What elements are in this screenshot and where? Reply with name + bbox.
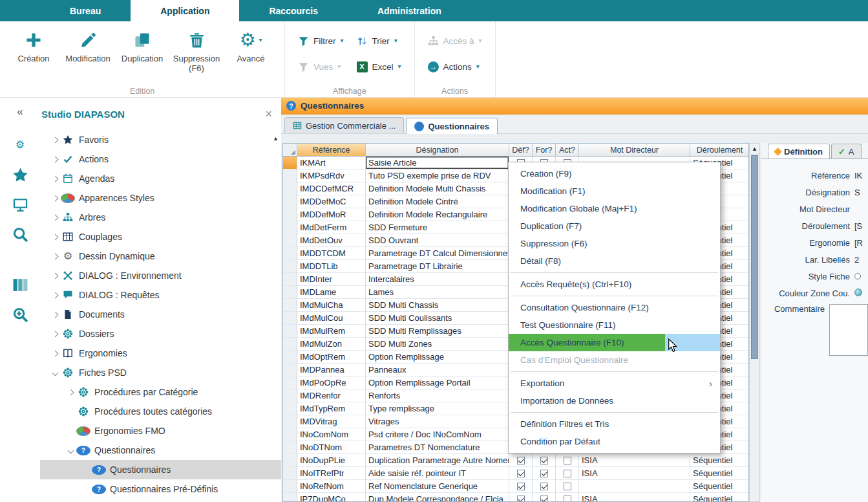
grid-cell-for[interactable] xyxy=(533,480,556,493)
sidebar-item-fiches-psd[interactable]: Fiches PSD xyxy=(40,363,281,382)
grid-cell-deroulement[interactable]: Séquentiel xyxy=(690,493,749,502)
sidebar-item-agendas[interactable]: Agendas xyxy=(40,169,281,188)
act-checkbox[interactable] xyxy=(564,457,571,464)
grid-row-selector[interactable] xyxy=(283,480,297,493)
sidebar-item-favoris[interactable]: Favoris xyxy=(40,130,281,149)
grid-cell-designation[interactable]: Option Remplissage xyxy=(366,351,509,364)
sidebar-item-documents[interactable]: Documents xyxy=(40,305,281,324)
sidebar-item-ergonomies-fmo[interactable]: Ergonomies FMO xyxy=(40,421,281,441)
grid-cell-designation[interactable]: Dup Modele Correspondance / Elcia xyxy=(366,493,509,502)
menu-tab-bureau[interactable]: Bureau xyxy=(40,0,131,21)
tree-chevron-right-icon[interactable] xyxy=(65,390,76,395)
menu-item-modification-globale-maj-f1[interactable]: Modification Globale (Maj+F1) xyxy=(509,200,720,217)
grid-cell-designation[interactable]: Psd critere / Doc INoComNom xyxy=(366,428,509,441)
table-row[interactable]: INoITRefPtrAide saisie réf. pointeur ITI… xyxy=(283,467,748,480)
rail-button-monitor[interactable] xyxy=(9,193,31,215)
grid-cell-designation[interactable]: SDD Fermeture xyxy=(366,221,509,234)
grid-cell-reference[interactable]: INoDupPLie xyxy=(297,454,366,467)
toolbar-button-filtrer[interactable]: Filtrer▾ xyxy=(291,32,350,50)
grid-row-selector[interactable] xyxy=(283,299,297,312)
grid-cell-designation[interactable]: Intercalaires xyxy=(366,273,509,286)
grid-cell-designation[interactable]: Parametres DT Nomenclature xyxy=(366,441,509,454)
grid-column-header-r-f-rence[interactable]: Référence xyxy=(297,144,366,157)
grid-row-selector[interactable] xyxy=(283,338,297,351)
sidebar-item-dialog-requ-tes[interactable]: DIALOG : Requêtes xyxy=(40,285,281,305)
grid-column-header-d-signation[interactable]: Désignation xyxy=(366,144,509,157)
toolbar-button-trier[interactable]: Trier▾ xyxy=(350,32,408,50)
grid-cell-reference[interactable]: INoDTNom xyxy=(297,441,366,454)
grid-cell-reference[interactable]: IMdOptRem xyxy=(297,351,366,364)
grid-cell-reference[interactable]: IP7DupMCo xyxy=(297,493,366,502)
grid-cell-reference[interactable]: IMDInter xyxy=(297,273,366,286)
grid-row-selector[interactable] xyxy=(283,428,297,441)
grid-row-selector[interactable] xyxy=(283,441,297,454)
for-checkbox[interactable] xyxy=(540,457,548,464)
sidebar-item-questionnaires[interactable]: ?Questionnaires xyxy=(40,460,281,479)
menu-item-consultation-questionnaire-f12[interactable]: Consultation Questionnaire (F12) xyxy=(509,299,720,316)
menu-tab-raccourcis[interactable]: Raccourcis xyxy=(239,0,347,21)
grid-cell-reference[interactable]: IMdTypRem xyxy=(297,402,366,415)
tree-chevron-right-icon[interactable] xyxy=(49,215,61,220)
grid-cell-for[interactable] xyxy=(533,454,556,467)
menu-item-importation-de-donn-es[interactable]: Importation de Données xyxy=(509,392,720,409)
grid-row-selector[interactable] xyxy=(283,376,297,389)
toolbar-button-avanc[interactable]: ⚙▾Avancé xyxy=(224,25,278,84)
grid-cell-reference[interactable]: INoITRefPtr xyxy=(297,467,366,480)
dropdown-caret-icon[interactable]: ▾ xyxy=(394,38,397,44)
menu-tab-administration[interactable]: Administration xyxy=(348,0,471,21)
dropdown-caret-icon[interactable]: ▾ xyxy=(341,38,344,44)
def-checkbox[interactable] xyxy=(517,496,525,502)
style-fiche-radio[interactable] xyxy=(854,272,868,281)
grid-row-selector[interactable] xyxy=(283,221,297,234)
grid-row-selector[interactable] xyxy=(283,286,297,299)
sidebar-item-dessin-dynamique[interactable]: ⚙Dessin Dynamique xyxy=(40,246,281,266)
grid-select-all-cell[interactable] xyxy=(283,144,297,157)
sidebar-item-actions[interactable]: Actions xyxy=(40,149,281,169)
sidebar-close-icon[interactable]: × xyxy=(265,108,272,120)
menu-item-condition-par-d-faut[interactable]: Condition par Défaut xyxy=(509,433,720,450)
detail-tab-d-finition[interactable]: Définition xyxy=(768,144,830,158)
grid-cell-deroulement[interactable]: Séquentiel xyxy=(690,454,749,467)
scrollbar-thumb[interactable] xyxy=(751,155,758,359)
grid-cell-deroulement[interactable]: Séquentiel xyxy=(690,480,749,493)
sidebar-item-apparences-styles[interactable]: Apparences Styles xyxy=(40,188,281,208)
radio-icon[interactable] xyxy=(854,273,861,279)
grid-cell-reference[interactable]: IMDCDefMCR xyxy=(297,182,366,195)
menu-item-duplication-f7[interactable]: Duplication (F7) xyxy=(509,217,720,235)
tree-chevron-right-icon[interactable] xyxy=(49,332,61,336)
table-row[interactable]: INoRefNomRef Nomenclature GeneriqueSéque… xyxy=(283,480,748,493)
grid-row-selector[interactable] xyxy=(283,195,297,208)
grid-cell-mot-directeur[interactable] xyxy=(579,480,690,493)
grid-cell-mot-directeur[interactable]: ISIA xyxy=(579,467,690,480)
act-checkbox[interactable] xyxy=(564,483,571,490)
grid-column-header-mot-directeur[interactable]: Mot Directeur xyxy=(579,144,690,157)
grid-cell-designation[interactable]: Aide saisie réf. pointeur IT xyxy=(366,467,509,480)
grid-row-selector[interactable] xyxy=(283,493,297,502)
sidebar-item-couplages[interactable]: Couplages xyxy=(40,227,281,246)
for-checkbox[interactable] xyxy=(540,483,548,490)
grid-row-selector[interactable] xyxy=(283,351,297,364)
grid-column-header-for[interactable]: For? xyxy=(533,144,556,157)
grid-vertical-scrollbar[interactable]: ▲ xyxy=(749,143,760,502)
grid-cell-designation[interactable]: SDD Multi Chassis xyxy=(366,299,509,312)
grid-cell-designation[interactable]: Panneaux xyxy=(366,364,509,376)
dropdown-caret-icon[interactable]: ▾ xyxy=(259,37,262,43)
grid-column-header-d-roulement[interactable]: Déroulement xyxy=(690,144,749,157)
grid-cell-designation[interactable]: SDD Ouvrant xyxy=(366,234,509,247)
grid-row-selector[interactable] xyxy=(283,454,297,467)
grid-cell-deroulement[interactable]: Séquentiel xyxy=(690,467,749,480)
tree-scrollbar-up-icon[interactable]: ▲ xyxy=(273,135,279,142)
grid-row-selector[interactable] xyxy=(283,467,297,480)
def-checkbox[interactable] xyxy=(517,457,525,464)
grid-cell-designation[interactable]: Definition Modele Cintré xyxy=(366,195,509,208)
tree-chevron-right-icon[interactable] xyxy=(49,235,61,239)
sidebar-item-arbres[interactable]: Arbres xyxy=(40,208,281,227)
grid-cell-reference[interactable]: IKMArt xyxy=(297,157,366,169)
tree-chevron-right-icon[interactable] xyxy=(49,274,61,278)
grid-cell-designation[interactable]: Renforts xyxy=(366,389,509,402)
grid-row-selector[interactable] xyxy=(283,364,297,376)
menu-item-d-finition-filtres-et-tris[interactable]: Définition Filtres et Tris xyxy=(509,415,720,433)
menu-item-exportation[interactable]: Exportation› xyxy=(509,375,720,392)
menu-item-suppression-f6[interactable]: Suppression (F6) xyxy=(509,235,720,252)
grid-cell-designation[interactable]: Parametrage DT Librairie xyxy=(366,260,509,273)
